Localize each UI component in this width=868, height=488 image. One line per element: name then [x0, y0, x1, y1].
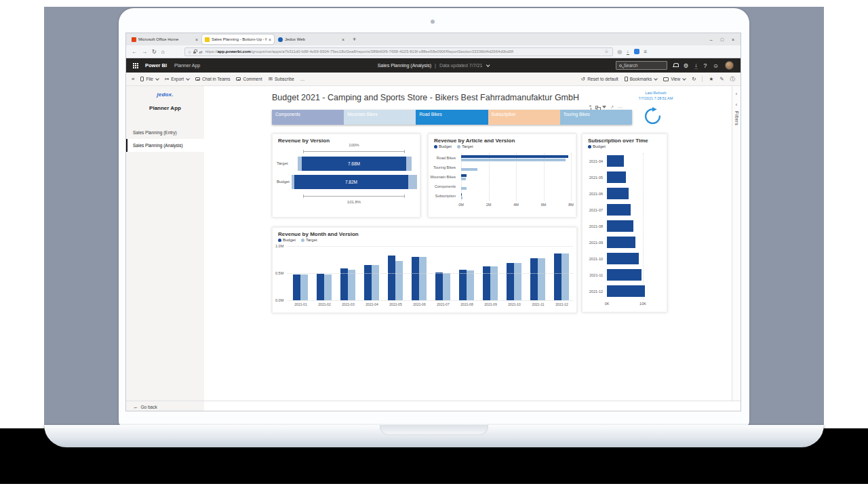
- minimize-button[interactable]: –: [710, 37, 713, 42]
- tab-close-icon[interactable]: ×: [195, 37, 198, 42]
- downloads-icon[interactable]: ↓: [627, 49, 629, 55]
- maximize-button[interactable]: □: [721, 37, 724, 42]
- help-icon[interactable]: ?: [704, 62, 707, 69]
- toolbar-favorite-star[interactable]: ★: [709, 77, 713, 82]
- toolbar-info[interactable]: ⓘ: [730, 77, 736, 82]
- filters-pane-label[interactable]: Filters: [734, 111, 739, 125]
- reload-icon[interactable]: ↻: [152, 49, 157, 55]
- slicer-components[interactable]: Components: [272, 110, 344, 125]
- toolbar-export[interactable]: ↦Export: [165, 77, 189, 82]
- toolbar-file[interactable]: File: [140, 77, 158, 81]
- toolbar-subscribe[interactable]: ✉Subscribe: [269, 77, 294, 82]
- bar-2021-06-target[interactable]: [419, 257, 427, 300]
- budget-bar[interactable]: 7.82M: [294, 175, 408, 189]
- bar-2021-09-budget[interactable]: [483, 266, 490, 300]
- bar-2021-07[interactable]: [607, 204, 631, 216]
- slicer-touring-bikes[interactable]: Touring Bikes: [560, 110, 632, 125]
- toolbar-reset-to-default[interactable]: ↺Reset to default: [581, 77, 618, 82]
- url-field[interactable]: ○ ⇄ https://app.powerbi.com/groups/me/ap…: [184, 47, 613, 56]
- bar-2021-11-budget[interactable]: [530, 258, 538, 300]
- bar-components-target[interactable]: [461, 187, 467, 190]
- bar-2021-06-budget[interactable]: [412, 257, 419, 300]
- tab-close-icon[interactable]: ×: [342, 37, 344, 42]
- bar-2021-12-target[interactable]: [561, 253, 569, 300]
- browser-tab-microsoft-office-home[interactable]: Microsoft Office Home×: [129, 35, 201, 44]
- slicer-road-bikes[interactable]: Road Bikes: [416, 110, 488, 125]
- notifications-bell-icon[interactable]: [673, 63, 677, 68]
- bar-subscription-budget[interactable]: [461, 193, 462, 196]
- slicer-subscription[interactable]: Subscription: [488, 110, 560, 125]
- bar-2021-04-budget[interactable]: [364, 265, 372, 300]
- filter-icon[interactable]: [602, 106, 606, 108]
- app-name[interactable]: Planner App: [174, 63, 200, 68]
- sidebar-item-sales-planning-entry[interactable]: Sales Planning (Entry): [126, 126, 204, 139]
- data-updated-label[interactable]: Data updated 7/7/21: [439, 63, 482, 68]
- focus-mode-icon[interactable]: ↗: [610, 105, 614, 109]
- browser-tab-jedox-web[interactable]: Jedox Web×: [275, 35, 347, 44]
- sidebar-item-sales-planning-analysis[interactable]: Sales Planning (Analysis): [126, 139, 204, 152]
- bar-2021-01-target[interactable]: [300, 274, 308, 300]
- browser-tab-sales-planning-bottom-up-p[interactable]: Sales Planning - Bottom-Up - P×: [202, 35, 274, 44]
- toolbar-comment[interactable]: Comment: [236, 77, 262, 81]
- refresh-visual-icon[interactable]: [644, 107, 662, 125]
- avatar[interactable]: [725, 61, 734, 70]
- bar-road-bikes-budget[interactable]: [461, 155, 568, 158]
- bar-2021-05[interactable]: [607, 171, 626, 183]
- toolbar-edit-pencil[interactable]: ✎: [719, 77, 724, 82]
- extension-icon[interactable]: [634, 49, 639, 54]
- target-bar[interactable]: 7.68M: [302, 157, 406, 171]
- bar-2021-03-target[interactable]: [348, 270, 355, 300]
- toolbar-[interactable]: …: [300, 77, 305, 81]
- bar-road-bikes-target[interactable]: [461, 159, 566, 161]
- bar-2021-08-budget[interactable]: [459, 270, 467, 300]
- tracking-shield-icon[interactable]: ○: [189, 49, 191, 54]
- bar-2021-10[interactable]: [607, 253, 639, 264]
- bookmark-star-icon[interactable]: ☆: [604, 49, 608, 54]
- bar-2021-11-target[interactable]: [538, 258, 545, 300]
- toolbar-view[interactable]: View: [663, 77, 686, 81]
- bar-2021-04[interactable]: [607, 155, 624, 167]
- pin-icon[interactable]: [589, 105, 591, 107]
- expand-filters-icon[interactable]: ‹: [732, 102, 741, 108]
- bar-touring-bikes-target[interactable]: [461, 168, 477, 171]
- bar-2021-02-target[interactable]: [324, 274, 332, 300]
- bar-2021-08-target[interactable]: [467, 270, 474, 300]
- bar-2021-11[interactable]: [607, 269, 642, 281]
- new-tab-button[interactable]: +: [353, 36, 356, 43]
- bar-2021-10-target[interactable]: [514, 263, 521, 300]
- chevron-down-icon[interactable]: [486, 63, 490, 67]
- home-icon[interactable]: ⌂: [161, 49, 165, 55]
- bar-2021-07-budget[interactable]: [435, 272, 443, 300]
- bar-2021-09[interactable]: [607, 237, 635, 248]
- bar-mountain-bikes-target[interactable]: [461, 178, 466, 180]
- bar-mountain-bikes-budget[interactable]: [461, 174, 467, 177]
- feedback-smiley-icon[interactable]: ☺: [713, 62, 719, 69]
- more-options-icon[interactable]: ⋯: [618, 106, 623, 109]
- bar-2021-07-target[interactable]: [443, 273, 450, 300]
- waffle-icon[interactable]: [133, 63, 138, 68]
- bar-2021-09-target[interactable]: [490, 266, 498, 300]
- toolbar-bookmarks[interactable]: Bookmarks: [625, 77, 658, 81]
- extension-badge-icon[interactable]: ◎: [618, 49, 623, 55]
- copy-visual-icon[interactable]: [595, 106, 598, 109]
- toolbar-refresh[interactable]: ↻: [692, 77, 696, 82]
- bar-2021-05-budget[interactable]: [388, 256, 395, 300]
- search-input[interactable]: Search: [616, 61, 667, 70]
- bar-2021-12-budget[interactable]: [554, 253, 561, 300]
- window-close-button[interactable]: ×: [732, 37, 734, 42]
- bar-2021-01-budget[interactable]: [293, 274, 300, 300]
- page-title[interactable]: Sales Planning (Analysis): [378, 63, 431, 68]
- bar-2021-06[interactable]: [607, 188, 629, 199]
- forward-icon[interactable]: →: [142, 49, 147, 55]
- bar-2021-12[interactable]: [607, 285, 645, 297]
- bar-2021-05-target[interactable]: [395, 261, 403, 300]
- bar-2021-10-budget[interactable]: [507, 263, 514, 300]
- bar-2021-04-target[interactable]: [372, 265, 379, 300]
- bar-subscription-target[interactable]: [461, 197, 462, 199]
- powerbi-brand[interactable]: Power BI: [145, 62, 167, 68]
- toolbar-chat-in-teams[interactable]: Chat in Teams: [195, 77, 230, 81]
- tab-close-icon[interactable]: ×: [269, 37, 271, 42]
- bar-2021-02-budget[interactable]: [317, 274, 324, 300]
- go-back-button[interactable]: ← Go back: [126, 401, 204, 411]
- collapse-pane-icon[interactable]: «: [132, 76, 134, 82]
